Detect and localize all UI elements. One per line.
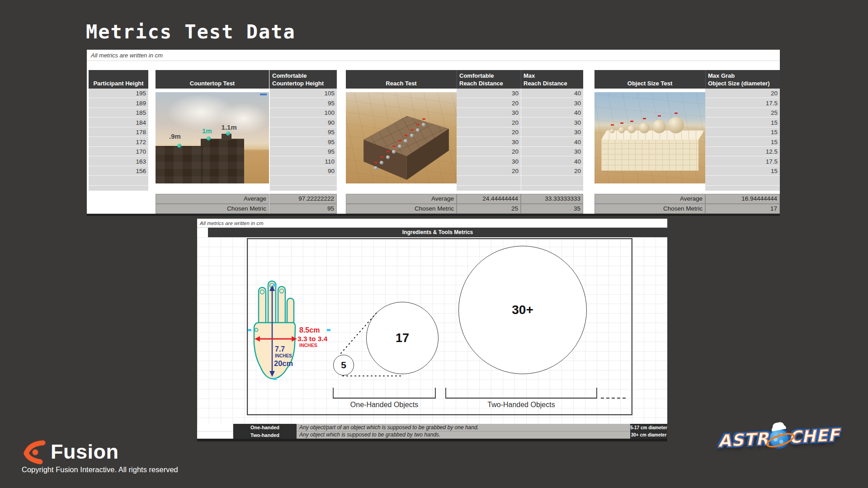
box-front-face: [601, 140, 699, 171]
distance-marker: [422, 118, 425, 120]
counter-block-tall: [201, 139, 244, 183]
table-cell: 20: [457, 99, 521, 108]
table-cell: 30: [521, 118, 583, 128]
table-cell: 20: [457, 147, 521, 157]
table-cell: 40: [521, 89, 583, 99]
column-header-max-grab-object-size: Max Grab Object Size (diameter): [705, 70, 780, 89]
units-note: All metrics are written in cm: [197, 219, 667, 228]
table-cell: 184: [89, 118, 148, 128]
marker-sphere: [226, 131, 230, 136]
table-cell: 15: [705, 166, 780, 176]
legend-term: One-handed: [233, 424, 297, 432]
marker-sphere: [374, 166, 377, 170]
comfortable-reach-distance-column: 302030202030203020: [457, 89, 521, 191]
distance-marker: [392, 145, 396, 147]
size-marker: [658, 115, 661, 117]
marker-sphere: [416, 128, 420, 132]
object-size-test-image: [594, 92, 705, 183]
object-size-chosen-value: 17: [705, 204, 780, 214]
comfortable-countertop-height-column: 105951009095959511090: [269, 89, 337, 191]
selection-handle: [273, 378, 277, 380]
distance-marker: [398, 140, 401, 141]
table-cell: 40: [521, 157, 583, 167]
brand-name: Fusion: [51, 440, 118, 464]
table-cell: 105: [270, 89, 337, 99]
table-cell: 30: [457, 157, 521, 167]
table-cell: 15: [705, 137, 780, 147]
table-cell: 172: [89, 137, 148, 147]
table-cell: 30: [521, 99, 583, 108]
size-marker: [611, 124, 614, 126]
countertop-test-image: .9m 1m 1.1m: [156, 92, 269, 183]
selection-handle: [260, 94, 267, 95]
distance-marker: [387, 151, 390, 152]
legend-term: Two-handed: [233, 432, 297, 439]
max-grab-object-size-column: 2017.52515151512.517.515: [705, 89, 780, 191]
marker-sphere: [398, 145, 401, 148]
table-cell: 20: [521, 166, 583, 176]
size-test-sphere: [668, 117, 684, 133]
reach-test-image: [346, 92, 457, 183]
selection-handle: [273, 284, 277, 286]
max-reach-distance-column: 403040303040304020: [521, 89, 583, 191]
chosen-metric-label-cell: Chosen Metric: [594, 204, 705, 214]
table-cell: 17.5: [705, 99, 780, 108]
distance-marker: [404, 135, 407, 136]
fusion-logo: Fusion: [22, 439, 118, 465]
countertop-average-value: 97.22222222: [269, 194, 337, 204]
gutter-cell: [197, 424, 233, 432]
units-note: All metrics are written in cm: [87, 50, 780, 61]
legend-definition: Any object which is supposed to be grabb…: [297, 432, 630, 439]
legend-definition: Any object/part of an object which is su…: [297, 424, 630, 432]
column-header-comfortable-countertop-height: Comfortable Countertop Height: [269, 70, 337, 89]
column-header-countertop-test: Countertop Test: [156, 70, 269, 89]
table-cell: 90: [270, 118, 337, 128]
one-handed-objects-label: One-Handed Objects: [333, 401, 435, 409]
chef-hat-icon: [772, 421, 785, 430]
table-cell: 100: [270, 108, 337, 118]
table-cell: 30: [457, 108, 521, 118]
slide: Metrics Test Data All metrics are writte…: [0, 0, 868, 488]
table-cell: 95: [270, 127, 337, 137]
participant-height-column: 195189185184178172170163156: [89, 89, 148, 191]
two-handed-objects-label: Two-Handed Objects: [446, 401, 597, 409]
distance-marker: [380, 156, 383, 158]
reach-comfortable-average-value: 24.44444444: [457, 194, 521, 204]
object-size-average-value: 16.94444444: [705, 194, 780, 204]
table-cell: 110: [270, 157, 337, 167]
table-cell: 20: [457, 118, 521, 128]
table-cell: 95: [270, 147, 337, 157]
marker-sphere: [386, 155, 390, 159]
table-cell: 40: [521, 137, 583, 147]
table-cell: 15: [705, 118, 780, 128]
sheet-bottom-border: [197, 439, 667, 441]
table-cell: 156: [89, 166, 148, 176]
column-header-comfortable-reach-distance: Comfortable Reach Distance: [457, 70, 521, 89]
size-circle-small: 5: [333, 355, 354, 375]
size-circle-medium: 17: [366, 302, 439, 374]
marker-sphere: [410, 134, 414, 137]
table-cell: 20: [457, 127, 521, 137]
table-cell: 30: [521, 147, 583, 157]
size-marker: [630, 121, 633, 122]
size-marker: [643, 118, 646, 119]
metrics-spreadsheet: All metrics are written in cm Participan…: [87, 50, 780, 216]
column-header-max-reach-distance: Max Reach Distance: [521, 70, 583, 89]
astrochef-logo-right: CHEF: [788, 425, 840, 447]
table-cell: 178: [89, 127, 148, 137]
table-cell: 95: [270, 137, 337, 147]
hand-width-cm-label: 8.5cm: [299, 326, 320, 334]
size-marker: [675, 113, 678, 114]
table-cell: 95: [270, 99, 337, 108]
selection-handle: [248, 329, 251, 331]
column-header-object-size-test: Object Size Test: [594, 70, 705, 89]
page-title: Metrics Test Data: [86, 21, 296, 43]
legend-range: 30+ cm diameter: [630, 432, 667, 439]
column-header-reach-test: Reach Test: [346, 70, 457, 89]
table-cell: 12.5: [705, 147, 780, 157]
size-test-sphere: [627, 125, 636, 133]
chosen-metric-label-cell: Chosen Metric: [346, 204, 457, 214]
index-finger: [259, 287, 266, 326]
counter-block-low: [156, 146, 203, 183]
ingredients-tools-spreadsheet: All metrics are written in cm Ingredient…: [197, 219, 667, 441]
